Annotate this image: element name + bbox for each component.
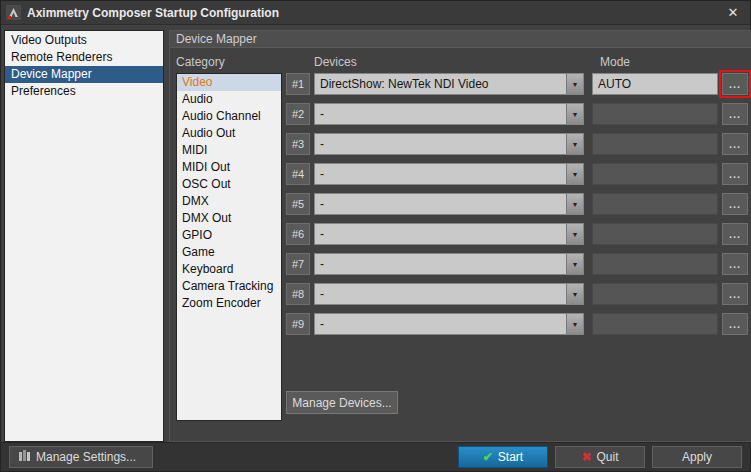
row-number: #1 — [286, 73, 310, 95]
mode-browse-button[interactable]: ... — [722, 313, 748, 335]
row-number: #9 — [286, 313, 310, 335]
device-dropdown[interactable]: -▼ — [314, 133, 584, 155]
chevron-down-icon[interactable]: ▼ — [566, 164, 583, 184]
mode-browse-button[interactable]: ... — [722, 163, 748, 185]
row-number: #8 — [286, 283, 310, 305]
device-dropdown-value: - — [315, 134, 566, 154]
category-item-gpio[interactable]: GPIO — [177, 227, 281, 244]
footer-actions: ✔ Start ✖ Quit Apply — [458, 446, 742, 468]
mode-browse-button[interactable]: ... — [722, 73, 748, 95]
category-header: Category — [176, 55, 282, 73]
mode-browse-button[interactable]: ... — [722, 253, 748, 275]
category-item-dmx-out[interactable]: DMX Out — [177, 210, 281, 227]
device-row: #3-▼... — [286, 133, 748, 155]
device-row: #7-▼... — [286, 253, 748, 275]
sidebar-item-video-outputs[interactable]: Video Outputs — [5, 32, 163, 49]
row-number: #7 — [286, 253, 310, 275]
mode-browse-button[interactable]: ... — [722, 283, 748, 305]
mode-field — [592, 193, 718, 215]
device-dropdown-value: - — [315, 194, 566, 214]
device-mapper-panel: Device Mapper Category VideoAudioAudio C… — [169, 30, 751, 442]
category-column: Category VideoAudioAudio ChannelAudio Ou… — [176, 55, 282, 441]
row-number: #6 — [286, 223, 310, 245]
chevron-down-icon[interactable]: ▼ — [566, 224, 583, 244]
device-dropdown-value: - — [315, 314, 566, 334]
device-dropdown[interactable]: -▼ — [314, 103, 584, 125]
sidebar-item-device-mapper[interactable]: Device Mapper — [5, 66, 163, 83]
device-dropdown[interactable]: -▼ — [314, 163, 584, 185]
mode-field — [592, 163, 718, 185]
apply-button[interactable]: Apply — [652, 446, 742, 468]
close-icon[interactable]: ✕ — [724, 5, 742, 20]
check-icon: ✔ — [483, 450, 493, 464]
x-icon: ✖ — [581, 450, 591, 464]
chevron-down-icon[interactable]: ▼ — [566, 194, 583, 214]
quit-button[interactable]: ✖ Quit — [555, 446, 645, 468]
device-row: #2-▼... — [286, 103, 748, 125]
mode-browse-button[interactable]: ... — [722, 223, 748, 245]
device-dropdown-value: - — [315, 224, 566, 244]
row-number: #5 — [286, 193, 310, 215]
title-bar: Aximmetry Composer Startup Configuration… — [1, 1, 750, 25]
device-dropdown[interactable]: -▼ — [314, 193, 584, 215]
device-row: #6-▼... — [286, 223, 748, 245]
chevron-down-icon[interactable]: ▼ — [566, 104, 583, 124]
settings-stack-icon — [18, 450, 31, 465]
device-dropdown[interactable]: -▼ — [314, 313, 584, 335]
mode-browse-button[interactable]: ... — [722, 103, 748, 125]
category-item-camera-tracking[interactable]: Camera Tracking — [177, 278, 281, 295]
mode-browse-button[interactable]: ... — [722, 193, 748, 215]
device-rows: #1DirectShow: NewTek NDI Video▼AUTO...#2… — [286, 73, 748, 343]
device-dropdown[interactable]: DirectShow: NewTek NDI Video▼ — [314, 73, 584, 95]
sidebar-item-remote-renderers[interactable]: Remote Renderers — [5, 49, 163, 66]
category-item-keyboard[interactable]: Keyboard — [177, 261, 281, 278]
category-list: VideoAudioAudio ChannelAudio OutMIDIMIDI… — [176, 73, 282, 421]
chevron-down-icon[interactable]: ▼ — [566, 314, 583, 334]
device-dropdown[interactable]: -▼ — [314, 223, 584, 245]
row-headers: Devices Mode — [286, 55, 748, 73]
mode-field — [592, 313, 718, 335]
category-item-zoom-encoder[interactable]: Zoom Encoder — [177, 295, 281, 312]
start-label: Start — [498, 450, 523, 464]
manage-settings-label: Manage Settings... — [36, 450, 136, 464]
category-item-midi-out[interactable]: MIDI Out — [177, 159, 281, 176]
manage-settings-button[interactable]: Manage Settings... — [9, 446, 153, 468]
category-item-video[interactable]: Video — [177, 74, 281, 91]
category-item-osc-out[interactable]: OSC Out — [177, 176, 281, 193]
mode-field — [592, 253, 718, 275]
device-dropdown-value: - — [315, 284, 566, 304]
main-area: Video OutputsRemote RenderersDevice Mapp… — [1, 25, 750, 442]
panel-title: Device Mapper — [170, 31, 751, 48]
category-item-audio-out[interactable]: Audio Out — [177, 125, 281, 142]
chevron-down-icon[interactable]: ▼ — [566, 254, 583, 274]
device-row: #1DirectShow: NewTek NDI Video▼AUTO... — [286, 73, 748, 95]
device-row: #5-▼... — [286, 193, 748, 215]
mode-field — [592, 133, 718, 155]
device-row: #9-▼... — [286, 313, 748, 335]
mode-field — [592, 103, 718, 125]
header-spacer — [286, 55, 314, 73]
category-item-game[interactable]: Game — [177, 244, 281, 261]
sidebar: Video OutputsRemote RenderersDevice Mapp… — [4, 30, 164, 442]
category-item-dmx[interactable]: DMX — [177, 193, 281, 210]
category-item-audio-channel[interactable]: Audio Channel — [177, 108, 281, 125]
device-dropdown[interactable]: -▼ — [314, 283, 584, 305]
mode-field — [592, 223, 718, 245]
panel-body: Category VideoAudioAudio ChannelAudio Ou… — [170, 48, 751, 441]
startup-configuration-window: Aximmetry Composer Startup Configuration… — [0, 0, 751, 472]
chevron-down-icon[interactable]: ▼ — [566, 284, 583, 304]
mode-field[interactable]: AUTO — [592, 73, 718, 95]
devices-header: Devices — [314, 55, 592, 73]
mode-browse-button[interactable]: ... — [722, 133, 748, 155]
manage-devices-button[interactable]: Manage Devices... — [286, 391, 398, 414]
device-dropdown[interactable]: -▼ — [314, 253, 584, 275]
device-dropdown-value: - — [315, 254, 566, 274]
category-item-midi[interactable]: MIDI — [177, 142, 281, 159]
row-number: #3 — [286, 133, 310, 155]
chevron-down-icon[interactable]: ▼ — [566, 74, 583, 94]
sidebar-item-preferences[interactable]: Preferences — [5, 83, 163, 100]
chevron-down-icon[interactable]: ▼ — [566, 134, 583, 154]
category-item-audio[interactable]: Audio — [177, 91, 281, 108]
start-button[interactable]: ✔ Start — [458, 446, 548, 468]
mode-header: Mode — [600, 55, 630, 73]
